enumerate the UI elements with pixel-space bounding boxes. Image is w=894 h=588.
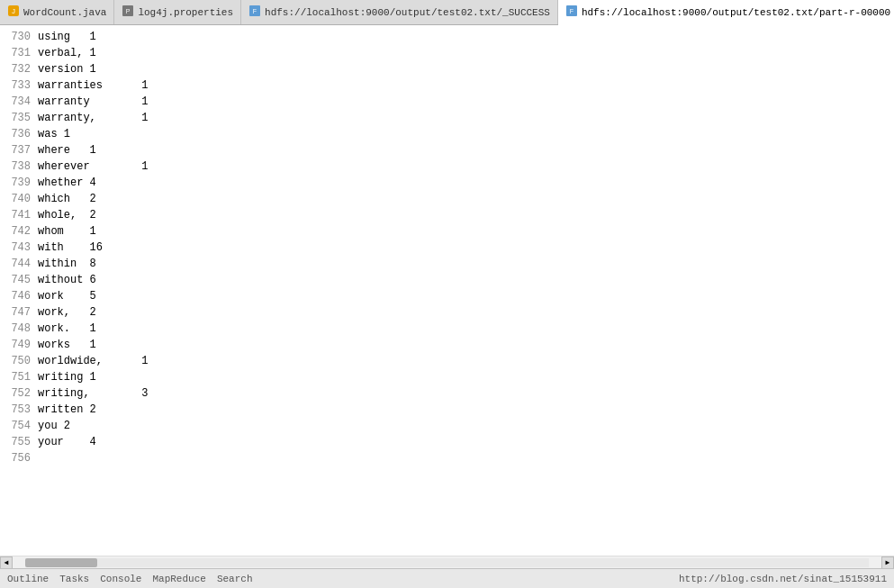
table-row: 754you 2 — [0, 418, 894, 434]
line-number: 752 — [4, 385, 38, 402]
tab-label: WordCount.java — [23, 7, 106, 18]
line-text: within 8 — [38, 256, 96, 272]
line-content[interactable]: 730using 1731verbal, 1732version 1733war… — [0, 25, 894, 556]
scroll-track[interactable] — [25, 558, 869, 567]
table-row: 744within 8 — [0, 256, 894, 272]
table-row: 731verbal, 1 — [0, 45, 894, 61]
editor-area: 730using 1731verbal, 1732version 1733war… — [0, 25, 894, 556]
table-row: 735warranty, 1 — [0, 110, 894, 126]
line-text: whom 1 — [38, 223, 96, 240]
line-text: verbal, 1 — [38, 45, 96, 61]
statusbar-left: OutlineTasksConsoleMapReduceSearch — [7, 574, 252, 584]
line-number: 754 — [4, 418, 38, 434]
table-row: 746work 5 — [0, 288, 894, 304]
line-text: where 1 — [38, 142, 96, 158]
table-row: 755your 4 — [0, 434, 894, 450]
table-row: 741whole, 2 — [0, 207, 894, 223]
tab-icon-file: F — [248, 5, 261, 20]
line-number: 731 — [4, 45, 38, 61]
table-row: 736was 1 — [0, 126, 894, 142]
line-number: 745 — [4, 272, 38, 288]
line-number: 737 — [4, 142, 38, 158]
line-number: 742 — [4, 223, 38, 240]
line-number: 738 — [4, 158, 38, 175]
table-row: 738wherever 1 — [0, 158, 894, 175]
line-text: warranty, 1 — [38, 110, 148, 126]
line-text: with 16 — [38, 240, 103, 256]
line-number: 751 — [4, 369, 38, 385]
line-number: 748 — [4, 321, 38, 337]
line-number: 734 — [4, 94, 38, 110]
table-row: 747work, 2 — [0, 304, 894, 321]
statusbar-item[interactable]: MapReduce — [152, 574, 205, 584]
line-number: 749 — [4, 337, 38, 353]
tab-label: hdfs://localhost:9000/output/test02.txt/… — [582, 7, 890, 18]
table-row: 739whether 4 — [0, 175, 894, 191]
line-number: 741 — [4, 207, 38, 223]
line-text: you 2 — [38, 418, 70, 434]
tab-bar: JWordCount.javaPlog4j.propertiesFhdfs://… — [0, 0, 894, 25]
line-number: 756 — [4, 450, 38, 466]
line-text: which 2 — [38, 191, 96, 207]
tab-label: hdfs://localhost:9000/output/test02.txt/… — [265, 7, 550, 18]
table-row: 737where 1 — [0, 142, 894, 158]
line-number: 736 — [4, 126, 38, 142]
line-number: 740 — [4, 191, 38, 207]
statusbar-item[interactable]: Console — [100, 574, 141, 584]
table-row: 730using 1 — [0, 29, 894, 45]
table-row: 752writing, 3 — [0, 385, 894, 402]
line-number: 753 — [4, 402, 38, 418]
table-row: 750worldwide, 1 — [0, 353, 894, 369]
line-number: 732 — [4, 61, 38, 77]
line-number: 733 — [4, 77, 38, 94]
line-text: version 1 — [38, 61, 96, 77]
table-row: 733warranties 1 — [0, 77, 894, 94]
table-row: 756 — [0, 450, 894, 466]
line-number: 755 — [4, 434, 38, 450]
scroll-thumb[interactable] — [25, 558, 97, 567]
table-row: 743with 16 — [0, 240, 894, 256]
table-row: 749works 1 — [0, 337, 894, 353]
line-number: 743 — [4, 240, 38, 256]
statusbar-item[interactable]: Search — [217, 574, 253, 584]
line-number: 744 — [4, 256, 38, 272]
table-row: 753written 2 — [0, 402, 894, 418]
table-row: 748work. 1 — [0, 321, 894, 337]
line-text: writing 1 — [38, 369, 96, 385]
scroll-left-btn[interactable]: ◀ — [0, 556, 13, 569]
table-row: 751writing 1 — [0, 369, 894, 385]
tab-icon-file: F — [565, 5, 578, 20]
tab-tab3[interactable]: Fhdfs://localhost:9000/output/test02.txt… — [241, 0, 558, 24]
tab-label: log4j.properties — [138, 7, 233, 18]
line-text: your 4 — [38, 434, 96, 450]
line-text: whether 4 — [38, 175, 96, 191]
tab-tab1[interactable]: JWordCount.java — [0, 0, 114, 24]
line-text: work, 2 — [38, 304, 96, 321]
line-text: work. 1 — [38, 321, 96, 337]
tab-tab4[interactable]: Fhdfs://localhost:9000/output/test02.txt… — [558, 0, 894, 25]
line-text: written 2 — [38, 402, 96, 418]
horizontal-scrollbar[interactable]: ◀ ▶ — [0, 556, 894, 568]
line-text: worldwide, 1 — [38, 353, 148, 369]
line-text: wherever 1 — [38, 158, 148, 175]
svg-text:J: J — [12, 7, 15, 15]
table-row: 732version 1 — [0, 61, 894, 77]
table-row: 740which 2 — [0, 191, 894, 207]
statusbar-item[interactable]: Outline — [7, 574, 49, 584]
scroll-right-btn[interactable]: ▶ — [881, 556, 894, 569]
statusbar-url: http://blog.csdn.net/sinat_15153911 — [679, 574, 887, 584]
statusbar-item[interactable]: Tasks — [59, 574, 89, 584]
line-text: work 5 — [38, 288, 96, 304]
table-row: 745without 6 — [0, 272, 894, 288]
table-row: 742whom 1 — [0, 223, 894, 240]
line-number: 735 — [4, 110, 38, 126]
svg-text:F: F — [253, 8, 257, 14]
line-text: warranties 1 — [38, 77, 148, 94]
tab-tab2[interactable]: Plog4j.properties — [114, 0, 241, 24]
line-text: using 1 — [38, 29, 96, 45]
tab-icon-props: P — [122, 5, 134, 20]
line-number: 747 — [4, 304, 38, 321]
svg-text:P: P — [126, 8, 131, 14]
line-number: 746 — [4, 288, 38, 304]
line-text: whole, 2 — [38, 207, 96, 223]
